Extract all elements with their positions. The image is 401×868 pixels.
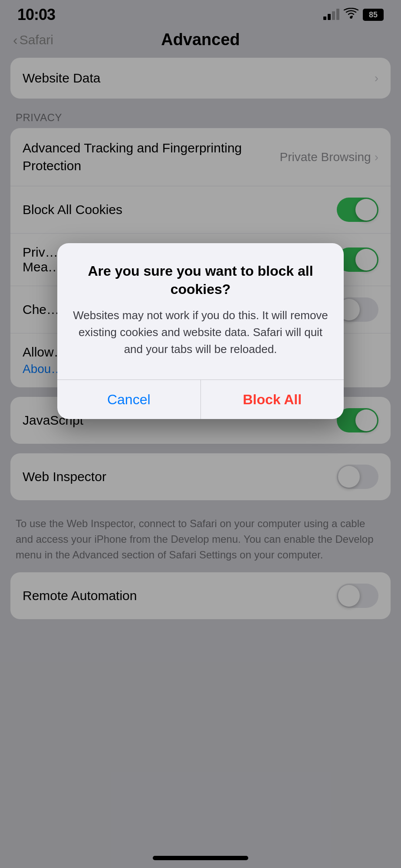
- modal-dialog: Are you sure you want to block all cooki…: [57, 243, 344, 419]
- modal-message: Websites may not work if you do this. It…: [73, 307, 328, 358]
- cancel-button[interactable]: Cancel: [57, 380, 201, 419]
- block-all-button[interactable]: Block All: [201, 380, 344, 419]
- modal-buttons: Cancel Block All: [57, 380, 344, 419]
- modal-body: Are you sure you want to block all cooki…: [57, 243, 344, 375]
- modal-overlay: Are you sure you want to block all cooki…: [0, 0, 401, 868]
- modal-title: Are you sure you want to block all cooki…: [73, 262, 328, 298]
